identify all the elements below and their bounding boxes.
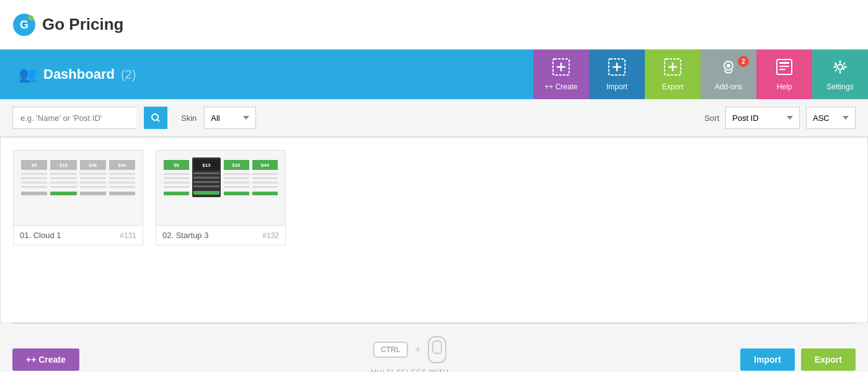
addons-nav-icon	[719, 58, 738, 79]
card-preview-startup3: $9 $13	[156, 151, 285, 225]
hint-text-line1: MULTI SELECT WITH CTRL+CLICK & SHIFT+CLI…	[355, 368, 464, 372]
footer-actions: Import Export	[740, 348, 856, 371]
mouse-icon	[428, 336, 446, 363]
export-bottom-button[interactable]: Export	[801, 348, 856, 371]
card-startup3[interactable]: $9 $13	[156, 150, 286, 246]
svg-point-13	[727, 64, 730, 68]
svg-rect-15	[779, 62, 789, 64]
svg-point-19	[152, 114, 158, 120]
pt-col-3: $26	[80, 160, 106, 195]
hint-keys: CTRL +	[373, 336, 446, 363]
create-nav-icon	[552, 58, 570, 79]
top-header: G Go Pricing	[0, 0, 868, 50]
sort-area: Sort Post ID Name Date ASC DESC	[704, 107, 856, 129]
pt-col-s2: $13	[192, 157, 220, 197]
order-select[interactable]: ASC DESC	[806, 107, 856, 129]
create-nav-button[interactable]: ++ Create	[533, 50, 589, 99]
dashboard-label: Dashboard	[43, 66, 115, 82]
pt-col-s1: $9	[164, 160, 189, 195]
help-nav-button[interactable]: Help	[756, 50, 812, 99]
import-nav-label: Import	[606, 82, 627, 91]
svg-rect-16	[779, 66, 789, 67]
people-icon: 👥	[19, 66, 37, 83]
logo-icon: G	[12, 13, 36, 37]
svg-point-2	[29, 16, 33, 20]
import-nav-icon	[608, 58, 626, 79]
nav-actions: ++ Create Import Export	[533, 50, 868, 99]
svg-text:G: G	[20, 19, 29, 31]
export-nav-icon	[663, 58, 682, 79]
search-input[interactable]	[12, 107, 136, 129]
svg-line-20	[157, 120, 159, 122]
card-name-cloud1: 01. Cloud 1	[20, 231, 61, 240]
create-bottom-button[interactable]: ++ Create	[12, 348, 79, 371]
sort-label: Sort	[704, 113, 719, 123]
search-icon	[151, 113, 160, 122]
pt-col-4: $44	[109, 160, 135, 195]
ctrl-key: CTRL	[373, 342, 408, 358]
pt-col-s4: $44	[252, 160, 278, 195]
card-preview-cloud1: $9 $13	[14, 151, 143, 225]
settings-nav-button[interactable]: Settings	[812, 50, 868, 99]
card-id-startup3: #132	[262, 231, 279, 240]
app-title: Go Pricing	[42, 15, 123, 34]
plus-sign: +	[414, 343, 422, 357]
toolbar: Skin All Default Dark Light Sort Post ID…	[0, 99, 868, 137]
addons-nav-label: Add-ons	[715, 82, 743, 91]
export-nav-label: Export	[662, 82, 684, 91]
card-id-cloud1: #131	[120, 231, 136, 240]
addons-badge: 2	[738, 56, 749, 67]
hint-area: CTRL + MULTI SELECT WITH CTRL+CLICK & SH…	[355, 336, 464, 372]
help-nav-icon	[775, 58, 794, 79]
sort-select[interactable]: Post ID Name Date	[725, 107, 800, 129]
page-footer: ++ Create CTRL + MULTI SELECT WITH CTRL+…	[0, 324, 868, 372]
export-nav-button[interactable]: Export	[645, 50, 701, 99]
settings-nav-label: Settings	[826, 82, 853, 91]
skin-label: Skin	[181, 113, 197, 123]
addons-nav-button[interactable]: 2 Add-ons	[701, 50, 756, 99]
settings-nav-icon	[831, 58, 849, 79]
svg-rect-17	[779, 69, 786, 70]
import-bottom-button[interactable]: Import	[740, 348, 795, 371]
nav-bar: 👥 Dashboard (2) ++ Create Im	[0, 50, 868, 99]
dashboard-count: (2)	[121, 68, 136, 82]
search-button[interactable]	[144, 107, 167, 129]
logo-area: G Go Pricing	[12, 13, 123, 37]
pt-col-1: $9	[21, 160, 47, 195]
pt-col-s3: $26	[224, 160, 249, 195]
pt-col-2: $13	[50, 160, 76, 195]
card-footer-cloud1: 01. Cloud 1 #131	[14, 225, 143, 245]
main-content: $9 $13	[0, 137, 868, 323]
nav-title: 👥 Dashboard (2)	[0, 50, 533, 99]
import-nav-button[interactable]: Import	[589, 50, 645, 99]
skin-select[interactable]: All Default Dark Light	[204, 107, 256, 129]
card-footer-startup3: 02. Startup 3 #132	[156, 225, 285, 245]
help-nav-label: Help	[777, 82, 792, 91]
card-name-startup3: 02. Startup 3	[162, 231, 208, 240]
cards-grid: $9 $13	[13, 150, 855, 246]
inner-panel: Skin All Default Dark Light Sort Post ID…	[0, 99, 868, 372]
card-cloud1[interactable]: $9 $13	[13, 150, 143, 246]
create-nav-label: ++ Create	[544, 82, 577, 91]
